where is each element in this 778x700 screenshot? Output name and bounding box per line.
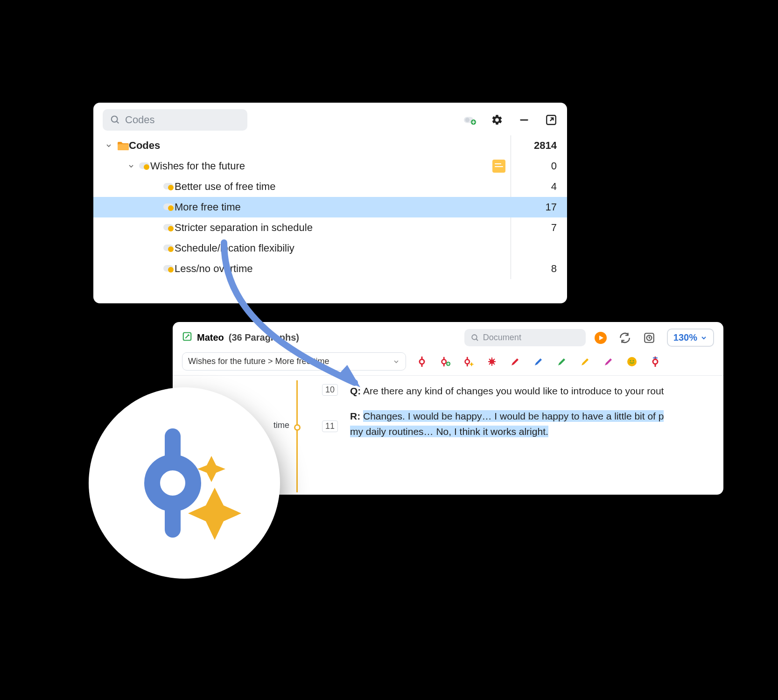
code-item-count: 7 — [511, 222, 561, 234]
codes-panel: Codes — [93, 103, 567, 303]
code-node-icon[interactable] — [416, 356, 428, 367]
code-breadcrumb-select[interactable]: Wishes for the future > More free time — [182, 352, 406, 371]
code-item-row[interactable]: Better use of free time 4 — [93, 176, 567, 197]
note-icon[interactable] — [492, 160, 505, 173]
code-item-label: Less/no overtime — [175, 263, 253, 275]
codes-panel-topbar: Codes — [93, 103, 567, 135]
speaker-q: Q: — [350, 385, 361, 396]
chevron-down-icon[interactable] — [104, 142, 114, 149]
code-margin-dot[interactable] — [294, 424, 301, 431]
document-search-input[interactable]: Document — [464, 329, 586, 346]
document-tools: 130% — [594, 329, 714, 347]
search-icon — [471, 334, 479, 342]
codes-root-label: Codes — [129, 140, 160, 152]
highlighter-yellow-icon[interactable] — [580, 356, 591, 367]
svg-rect-7 — [118, 144, 129, 150]
code-breadcrumb-text: Wishes for the future > More free time — [188, 357, 329, 366]
paragraph-r: R: Changes. I would be happy… I would be… — [350, 408, 723, 440]
code-item-label: Better use of free time — [175, 181, 275, 193]
q-text: Are there any kind of changes you would … — [363, 385, 664, 396]
chevron-down-icon[interactable] — [126, 162, 136, 170]
document-topbar: Mateo (36 Paragraphs) Document 130% — [173, 322, 723, 350]
edit-document-icon[interactable] — [182, 331, 192, 344]
search-icon — [110, 115, 120, 125]
document-name: Mateo — [197, 332, 224, 343]
code-dot-icon — [163, 265, 175, 273]
svg-point-28 — [633, 360, 634, 361]
paragraph-q: Q: Are there any kind of changes you wou… — [350, 383, 723, 399]
zoom-dropdown[interactable]: 130% — [667, 329, 714, 347]
highlighter-magenta-icon[interactable] — [603, 356, 614, 367]
codes-search-placeholder: Codes — [125, 114, 155, 126]
settings-button[interactable] — [491, 113, 504, 126]
svg-point-18 — [442, 359, 446, 364]
codes-root-row[interactable]: Codes 2814 — [93, 135, 567, 156]
code-item-count: 17 — [511, 201, 561, 213]
highlighter-green-icon[interactable] — [556, 356, 568, 367]
code-item-label: Stricter separation in schedule — [175, 222, 313, 234]
svg-line-10 — [476, 339, 478, 341]
codes-search-input[interactable]: Codes — [103, 109, 247, 131]
feature-badge-circle — [89, 387, 280, 579]
code-node-alt-icon[interactable] — [650, 356, 661, 367]
codes-group-count: 0 — [511, 160, 561, 172]
document-meta: (36 Paragraphs) — [229, 332, 299, 343]
code-margin-bar — [296, 380, 298, 492]
svg-line-1 — [117, 121, 119, 124]
emoji-icon[interactable] — [626, 356, 638, 367]
code-dot-icon — [163, 245, 175, 252]
zoom-value: 130% — [673, 332, 697, 343]
highlighter-blue-icon[interactable] — [533, 356, 544, 367]
code-dot-icon — [163, 224, 175, 231]
code-item-row[interactable]: Less/no overtime 8 — [93, 259, 567, 279]
code-dot-icon — [163, 183, 175, 190]
paragraph-number-10[interactable]: 10 — [322, 384, 338, 396]
refresh-button[interactable] — [618, 331, 631, 344]
r-line2-highlight: my daily routines… No, I think it works … — [350, 426, 548, 437]
code-item-row[interactable]: Stricter separation in schedule 7 — [93, 217, 567, 238]
code-item-count: 4 — [511, 181, 561, 193]
paragraph-number-11[interactable]: 11 — [322, 420, 338, 432]
popout-button[interactable] — [545, 113, 558, 126]
codes-group-label: Wishes for the future — [150, 160, 245, 172]
code-item-label: More free time — [175, 201, 241, 213]
codes-topbar-icons — [463, 113, 558, 126]
document-text[interactable]: Q: Are there any kind of changes you wou… — [317, 376, 723, 492]
code-node-add-icon[interactable] — [440, 356, 451, 367]
svg-point-3 — [465, 118, 470, 122]
svg-point-9 — [472, 335, 477, 340]
code-ai-badge-icon — [124, 422, 245, 544]
chevron-down-icon — [700, 334, 708, 342]
minimize-button[interactable] — [518, 113, 531, 126]
svg-point-35 — [152, 462, 193, 504]
codes-tree: Codes 2814 Wishes for the future 0 Bette… — [93, 135, 567, 279]
codes-group-row[interactable]: Wishes for the future 0 — [93, 156, 567, 176]
timestamp-button[interactable] — [643, 331, 656, 344]
code-item-count: 8 — [511, 263, 561, 275]
code-dot-icon — [163, 203, 175, 211]
svg-point-26 — [627, 357, 637, 366]
r-line1-highlight: Changes. I would be happy… I would be ha… — [363, 410, 664, 422]
folder-icon — [117, 141, 129, 150]
code-item-row[interactable]: Schedule/location flexibiliy — [93, 238, 567, 259]
speaker-r: R: — [350, 411, 360, 421]
chevron-down-icon — [393, 358, 400, 365]
code-item-row-selected[interactable]: More free time 17 — [93, 197, 567, 217]
svg-point-15 — [420, 359, 424, 364]
code-node-ai-icon[interactable] — [463, 356, 474, 367]
svg-point-27 — [630, 360, 631, 361]
svg-point-29 — [653, 359, 658, 364]
document-secondbar: Wishes for the future > More free time — [173, 350, 723, 376]
svg-point-22 — [465, 359, 470, 364]
add-code-button[interactable] — [463, 113, 477, 126]
code-bug-icon[interactable] — [486, 356, 498, 367]
document-title: Mateo (36 Paragraphs) — [182, 331, 299, 344]
play-button[interactable] — [594, 331, 607, 344]
code-margin-label: time — [273, 420, 289, 430]
document-search-placeholder: Document — [483, 333, 521, 343]
coding-tools-row — [416, 356, 661, 367]
highlighter-red-icon[interactable] — [510, 356, 521, 367]
svg-point-0 — [112, 116, 118, 122]
code-item-label: Schedule/location flexibiliy — [175, 242, 294, 254]
codes-root-count: 2814 — [511, 140, 561, 152]
